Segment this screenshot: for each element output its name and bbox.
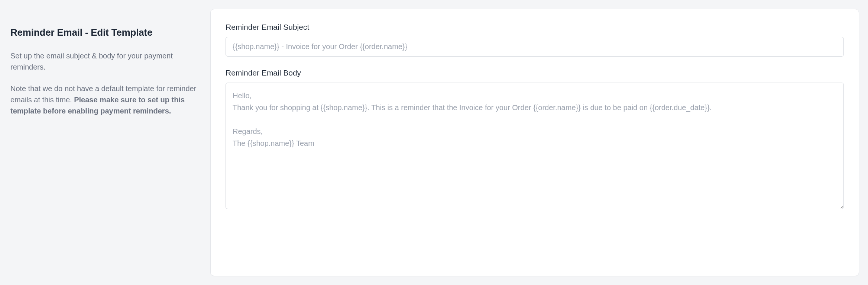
body-label: Reminder Email Body [226, 68, 844, 77]
form-card: Reminder Email Subject Reminder Email Bo… [210, 9, 859, 276]
subject-group: Reminder Email Subject [226, 23, 844, 57]
page-note: Note that we do not have a default templ… [10, 83, 198, 116]
page-container: Reminder Email - Edit Template Set up th… [9, 9, 859, 276]
subject-input[interactable] [226, 37, 844, 57]
page-title: Reminder Email - Edit Template [10, 27, 198, 38]
body-group: Reminder Email Body [226, 68, 844, 211]
page-description: Set up the email subject & body for your… [10, 50, 198, 73]
subject-label: Reminder Email Subject [226, 23, 844, 32]
body-textarea[interactable] [226, 83, 844, 209]
info-panel: Reminder Email - Edit Template Set up th… [9, 9, 198, 276]
